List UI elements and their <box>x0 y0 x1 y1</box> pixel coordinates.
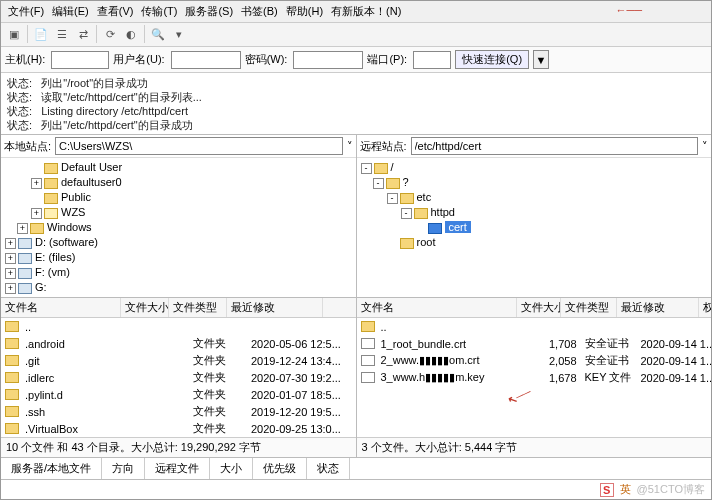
menu-help[interactable]: 帮助(H) <box>283 3 326 20</box>
local-list-body[interactable]: ...android文件夹2020-05-06 12:5....git文件夹20… <box>1 318 356 437</box>
tree-expander[interactable]: + <box>5 253 16 264</box>
col-mod[interactable]: 最近修改 <box>617 298 699 317</box>
file-icon <box>361 372 375 383</box>
list-item[interactable]: .git文件夹2019-12-24 13:4... <box>1 352 356 369</box>
watermark: @51CTO博客 <box>637 482 705 497</box>
menu-file[interactable]: 文件(F) <box>5 3 47 20</box>
file-icon <box>361 338 375 349</box>
remote-list-body[interactable]: ..1_root_bundle.crt1,708安全证书2020-09-14 1… <box>357 318 712 437</box>
menu-server[interactable]: 服务器(S) <box>182 3 236 20</box>
tree-expander[interactable]: + <box>31 208 42 219</box>
queue-col-status[interactable]: 状态 <box>307 458 350 479</box>
toggle-log-icon[interactable]: 📄 <box>32 25 50 43</box>
local-tree[interactable]: Default User+defaultuser0Public+WZS+Wind… <box>1 158 356 297</box>
statusbar: S 英 @51CTO博客 <box>1 480 711 499</box>
tree-node[interactable]: -? <box>373 175 708 190</box>
remote-list-header[interactable]: 文件名 文件大小 文件类型 最近修改 权限 <box>357 298 712 318</box>
tree-node[interactable]: +D: (software) <box>5 235 352 250</box>
list-item[interactable]: .idlerc文件夹2020-07-30 19:2... <box>1 369 356 386</box>
tree-expander[interactable]: + <box>31 178 42 189</box>
filter-icon[interactable]: ▾ <box>170 25 188 43</box>
tree-node[interactable]: root <box>387 235 708 250</box>
tree-expander[interactable]: - <box>361 163 372 174</box>
menu-edit[interactable]: 编辑(E) <box>49 3 92 20</box>
quickconnect-button[interactable]: 快速连接(Q) <box>455 50 529 69</box>
folder-icon <box>428 223 442 234</box>
queue-col-size[interactable]: 大小 <box>210 458 253 479</box>
tree-node[interactable]: +Windows <box>17 220 352 235</box>
local-list-header[interactable]: 文件名 文件大小 文件类型 最近修改 <box>1 298 356 318</box>
tree-node[interactable]: +WZS <box>31 205 352 220</box>
col-name[interactable]: 文件名 <box>357 298 517 317</box>
sync-browse-icon[interactable]: ⟳ <box>101 25 119 43</box>
tree-expander[interactable]: - <box>401 208 412 219</box>
list-item[interactable]: 1_root_bundle.crt1,708安全证书2020-09-14 1..… <box>357 335 712 352</box>
queue-col-remote[interactable]: 远程文件 <box>145 458 210 479</box>
pass-label: 密码(W): <box>245 52 290 67</box>
remote-tree[interactable]: -/-?-etc-httpdcertroot <box>357 158 712 297</box>
remote-site-label: 远程站点: <box>360 139 407 154</box>
list-item[interactable]: .ssh文件夹2019-12-20 19:5... <box>1 403 356 420</box>
remote-path-drop[interactable]: ˅ <box>702 140 708 153</box>
list-item[interactable]: 3_www.h▮▮▮▮▮m.key1,678KEY 文件2020-09-14 1… <box>357 369 712 386</box>
tree-node[interactable]: +F: (vm) <box>5 265 352 280</box>
folder-icon <box>5 406 19 417</box>
local-path-input[interactable] <box>55 137 342 155</box>
tree-node[interactable]: -httpd <box>401 205 708 220</box>
tree-expander[interactable]: - <box>387 193 398 204</box>
tree-node[interactable]: +defaultuser0 <box>31 175 352 190</box>
search-icon[interactable]: 🔍 <box>149 25 167 43</box>
local-file-list: 文件名 文件大小 文件类型 最近修改 ...android文件夹2020-05-… <box>1 298 357 457</box>
user-input[interactable] <box>171 51 241 69</box>
site-manager-icon[interactable]: ▣ <box>5 25 23 43</box>
col-size[interactable]: 文件大小 <box>121 298 169 317</box>
tree-node[interactable]: Default User <box>31 160 352 175</box>
compare-icon[interactable]: ◐ <box>122 25 140 43</box>
port-input[interactable] <box>413 51 451 69</box>
list-item[interactable]: .. <box>1 318 356 335</box>
col-type[interactable]: 文件类型 <box>561 298 617 317</box>
folder-icon <box>5 355 19 366</box>
list-item[interactable]: .. <box>357 318 712 335</box>
pass-input[interactable] <box>293 51 363 69</box>
list-item[interactable]: .android文件夹2020-05-06 12:5... <box>1 335 356 352</box>
list-item[interactable]: 2_www.▮▮▮▮▮om.crt2,058安全证书2020-09-14 1..… <box>357 352 712 369</box>
tree-node[interactable]: +E: (files) <box>5 250 352 265</box>
folder-icon <box>5 338 19 349</box>
menu-bookmark[interactable]: 书签(B) <box>238 3 281 20</box>
folder-icon <box>5 423 19 434</box>
tree-expander[interactable]: + <box>17 223 28 234</box>
queue-col-dir[interactable]: 方向 <box>102 458 145 479</box>
col-name[interactable]: 文件名 <box>1 298 121 317</box>
local-path-drop[interactable]: ˅ <box>347 140 353 153</box>
toggle-tree-icon[interactable]: ☰ <box>53 25 71 43</box>
message-log[interactable]: 状态: 列出"/root"的目录成功状态: 读取"/etc/httpd/cert… <box>1 73 711 135</box>
tree-node[interactable]: +G: <box>5 280 352 295</box>
menu-view[interactable]: 查看(V) <box>94 3 137 20</box>
sogou-ime-icon[interactable]: S <box>600 483 614 497</box>
col-perm[interactable]: 权限 <box>699 298 713 317</box>
remote-path-input[interactable] <box>411 137 698 155</box>
list-item[interactable]: .pylint.d文件夹2020-01-07 18:5... <box>1 386 356 403</box>
col-mod[interactable]: 最近修改 <box>227 298 323 317</box>
tree-expander[interactable]: + <box>5 268 16 279</box>
drive-icon <box>18 283 32 294</box>
tree-node[interactable]: -etc <box>387 190 708 205</box>
tree-node[interactable]: cert <box>415 220 708 235</box>
toggle-queue-icon[interactable]: ⇄ <box>74 25 92 43</box>
list-item[interactable]: .VirtualBox文件夹2020-09-25 13:0... <box>1 420 356 437</box>
tree-expander[interactable]: + <box>5 238 16 249</box>
tree-node[interactable]: -/ <box>361 160 708 175</box>
tree-node[interactable]: Public <box>31 190 352 205</box>
col-size[interactable]: 文件大小 <box>517 298 561 317</box>
menu-transfer[interactable]: 传输(T) <box>138 3 180 20</box>
queue-col-server[interactable]: 服务器/本地文件 <box>1 458 102 479</box>
quickconnect-dropdown[interactable]: ▼ <box>533 50 549 69</box>
col-type[interactable]: 文件类型 <box>169 298 227 317</box>
queue-col-pri[interactable]: 优先级 <box>253 458 307 479</box>
ime-indicator[interactable]: 英 <box>620 482 631 497</box>
menu-newver[interactable]: 有新版本！(N) <box>328 3 404 20</box>
tree-expander[interactable]: - <box>373 178 384 189</box>
host-input[interactable] <box>51 51 109 69</box>
tree-expander[interactable]: + <box>5 283 16 294</box>
